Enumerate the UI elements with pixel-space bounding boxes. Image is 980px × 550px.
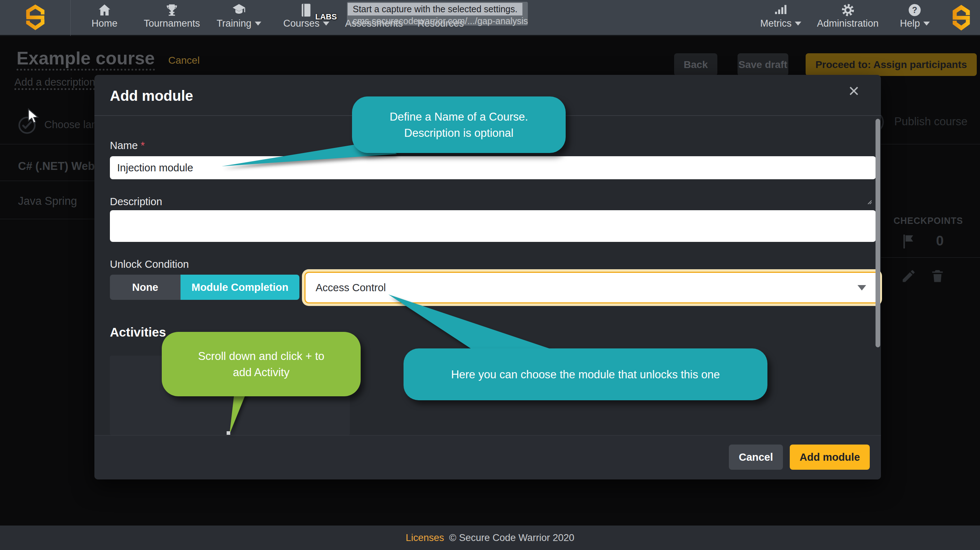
home-icon [92,3,118,18]
row-divider [880,257,980,258]
select-caret-icon [858,285,866,290]
modal-scrollbar[interactable] [875,119,880,347]
unlock-condition-toggle: None Module Completion [110,275,299,300]
activities-heading: Activities [110,325,166,339]
trophy-icon [144,3,200,18]
nav-help[interactable]: ? Help [900,3,930,29]
scw-shield-icon [21,2,49,34]
activities-tip-bubble: Scroll down and click + to add Activity [162,332,361,396]
unlock-tip-bubble: Here you can choose the module that unlo… [404,349,767,400]
course-cancel-link[interactable]: Cancel [168,55,200,66]
resize-grip-icon[interactable] [865,198,872,206]
capture-tooltip-url: cms.securecodewarrior.com/.../gap-analys… [353,16,528,26]
flag-icon [900,233,916,251]
table-row-language-2[interactable]: Java Spring [18,195,77,208]
description-label: Description [110,196,162,208]
nav-metrics[interactable]: Metrics [760,3,801,29]
nav-administration[interactable]: Administration [817,3,878,29]
checkpoints-header: CHECKPOINTS [894,216,963,226]
page-footer: Licenses © Secure Code Warrior 2020 [0,526,980,550]
bar-chart-icon [760,3,801,18]
licenses-link[interactable]: Licenses [406,533,444,544]
description-input[interactable] [110,210,876,242]
mouse-cursor [26,108,41,126]
modal-title: Add module [110,88,193,104]
unlock-condition-label: Unlock Condition [110,258,189,270]
unlock-module-completion-button[interactable]: Module Completion [180,275,299,300]
copyright-text: © Secure Code Warrior 2020 [449,533,575,544]
course-title[interactable]: Example course [17,48,155,71]
modal-footer: Cancel Add module [94,435,881,479]
nav-tournaments[interactable]: Tournaments [144,3,200,29]
row-divider [0,181,94,181]
course-description-placeholder[interactable]: Add a description [14,76,95,90]
help-icon: ? [900,3,930,18]
nav-training[interactable]: Training [216,3,261,29]
chevron-down-icon [323,22,329,25]
chevron-down-icon [255,22,261,25]
add-module-button[interactable]: Add module [790,445,870,470]
edit-pencil-icon[interactable] [901,268,916,285]
tail-dot [227,431,230,435]
chevron-down-icon [923,22,929,25]
close-icon[interactable]: × [848,81,859,100]
chevron-down-icon [795,22,801,25]
nav-home[interactable]: Home [92,3,118,29]
brand-logo-left[interactable] [0,0,71,36]
gear-icon [817,3,878,18]
capture-tooltip-text: Start a capture with the selected settin… [348,3,522,16]
unlock-none-button[interactable]: None [110,275,180,300]
name-label: Name * [110,139,145,152]
name-tip-bubble: Define a Name of a Course. Description i… [352,97,566,153]
svg-text:?: ? [912,5,917,15]
labs-badge: LABS [315,12,337,22]
screen: { "nav": { "items": [ { "label": "Home" … [0,0,980,550]
required-asterisk: * [140,139,145,151]
back-button[interactable]: Back [674,53,718,76]
step-publish-label[interactable]: Publish course [894,115,967,128]
delete-trash-icon[interactable] [929,268,945,285]
proceed-button[interactable]: Proceed to: Assign participants [806,53,977,76]
cancel-button[interactable]: Cancel [729,445,783,470]
scw-shield-logo-right [949,3,974,33]
row-divider [0,219,94,219]
save-draft-button[interactable]: Save draft [738,53,788,76]
graduation-cap-icon [216,3,261,18]
capture-tooltip: Start a capture with the selected settin… [347,2,528,25]
unlock-module-select-value: Access Control [305,282,386,294]
checkpoints-count: 0 [936,233,943,249]
